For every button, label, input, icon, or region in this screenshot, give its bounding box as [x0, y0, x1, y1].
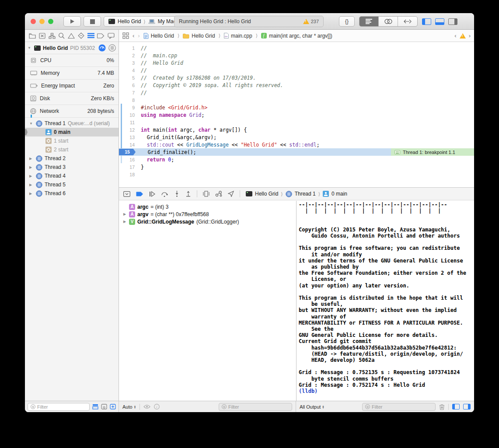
disclosure-triangle-icon[interactable]: ▼ [28, 46, 32, 50]
show-variables-view-toggle[interactable] [452, 404, 460, 410]
info-icon[interactable]: i [154, 404, 160, 410]
assistant-editor-button[interactable] [379, 17, 398, 26]
variable-row-grid-gridlogmessage[interactable]: ▶VGrid::GridLogMessage(Grid::GridLogger) [119, 218, 296, 225]
breakpoints-toggle-button[interactable] [136, 192, 143, 196]
profile-in-instruments-icon[interactable] [98, 44, 106, 52]
next-issue-button[interactable]: › [469, 32, 471, 39]
run-button[interactable] [63, 16, 81, 27]
line-number[interactable]: 6 [119, 83, 135, 88]
gauge-row-memory[interactable]: Memory7.4 MB [25, 67, 119, 80]
console-filter-input[interactable]: Filter [362, 403, 436, 411]
disclosure-triangle-icon[interactable]: ▶ [29, 183, 34, 187]
step-into-button[interactable] [174, 191, 180, 197]
breadcrumb-project[interactable]: Hello Grid [143, 33, 174, 39]
code-line-3[interactable]: 3// Hello Grid [119, 59, 474, 66]
variable-row-argv[interactable]: ▶Aargv= (char **) 0x7ffeefbff568 [119, 210, 296, 218]
variables-view[interactable]: Aargc= (int) 3▶Aargv= (char **) 0x7ffeef… [119, 201, 296, 401]
thread-row-thread-3[interactable]: ▶Thread 3 [25, 163, 119, 172]
step-over-button[interactable] [161, 191, 168, 197]
line-number[interactable]: 3 [119, 60, 135, 66]
disclosure-triangle-icon[interactable]: ▶ [29, 174, 34, 178]
line-number[interactable]: 1 [119, 46, 135, 51]
warning-icon[interactable] [460, 33, 466, 38]
thread-row-thread-1[interactable]: ▼Thread 1Queue:...d (serial) [25, 119, 119, 128]
thread-row-1-start[interactable]: 1 start [25, 136, 119, 145]
gauge-row-energy-impact[interactable]: Energy ImpactZero [25, 80, 119, 92]
code-line-10[interactable]: 10using namespace Grid; [119, 111, 474, 119]
disclosure-triangle-icon[interactable]: ▼ [29, 122, 34, 126]
disclosure-triangle-icon[interactable]: ▶ [29, 192, 34, 196]
debug-navigator-icon[interactable] [87, 33, 94, 38]
standard-editor-button[interactable] [359, 17, 379, 26]
disclosure-triangle-icon[interactable]: ▶ [29, 165, 34, 169]
breadcrumb-group[interactable]: Hello Grid [183, 33, 215, 39]
report-navigator-icon[interactable] [108, 33, 115, 39]
line-number[interactable]: 18 [119, 172, 135, 177]
step-out-button[interactable] [185, 191, 191, 197]
source-control-navigator-icon[interactable] [39, 33, 45, 39]
variables-scope-popup[interactable]: Auto ▲▼ [122, 404, 136, 410]
thread-row-thread-4[interactable]: ▶Thread 4 [25, 172, 119, 180]
thread-row-thread-5[interactable]: ▶Thread 5 [25, 180, 119, 189]
library-button[interactable]: {} [339, 16, 355, 27]
code-line-5[interactable]: 5// Created by s1786208 on 17/03/2019. [119, 74, 474, 81]
debug-memory-graph-button[interactable] [215, 191, 222, 197]
code-line-18[interactable]: 18 [119, 171, 474, 178]
navigator-panel-toggle[interactable] [422, 18, 431, 25]
thread-row-thread-2[interactable]: ▶Thread 2 [25, 154, 119, 163]
source-editor[interactable]: 1//2// main.cpp3// Hello Grid4//5// Crea… [119, 42, 474, 187]
thread-row-0-main[interactable]: 0 main [25, 128, 119, 136]
code-line-1[interactable]: 1// [119, 44, 474, 52]
line-number[interactable]: 9 [119, 105, 135, 110]
thread-row-2-start[interactable]: 2 start [25, 145, 119, 154]
continue-button[interactable] [149, 191, 155, 197]
line-number[interactable]: 11 [119, 120, 135, 125]
navigator-filter-input[interactable]: Filter [28, 403, 90, 411]
breakpoint-navigator-icon[interactable] [97, 33, 105, 38]
code-line-8[interactable]: 8 [119, 96, 474, 104]
line-number[interactable]: 2 [119, 53, 135, 58]
related-items-icon[interactable] [122, 32, 129, 39]
zoom-window-button[interactable] [48, 19, 53, 24]
issue-navigator-icon[interactable] [68, 33, 75, 39]
clear-console-trash-icon[interactable] [439, 404, 445, 410]
code-line-15[interactable]: 15 Grid_finalize();Thread 1: breakpoint … [119, 148, 474, 156]
code-line-11[interactable]: 11 [119, 119, 474, 126]
view-mode-icon[interactable] [110, 404, 116, 410]
code-line-7[interactable]: 7// [119, 89, 474, 96]
symbol-navigator-icon[interactable] [49, 33, 56, 39]
breakpoint-badge[interactable]: 15 [119, 149, 136, 155]
console-scope-popup[interactable]: All Output ▲▼ [300, 404, 325, 410]
view-process-by-thread-icon[interactable] [108, 44, 116, 52]
code-line-9[interactable]: 9#include <Grid/Grid.h> [119, 104, 474, 111]
line-number[interactable]: 13 [119, 135, 135, 140]
code-line-2[interactable]: 2// main.cpp [119, 52, 474, 59]
inspector-panel-toggle[interactable] [448, 18, 457, 25]
console-view[interactable]: --|--|--|--|--|--|--|--|--|--|--|--|--|-… [296, 201, 474, 401]
code-line-4[interactable]: 4// [119, 66, 474, 74]
code-line-12[interactable]: 12int main(int argc, char * argv[]) { [119, 126, 474, 133]
project-navigator-icon[interactable] [29, 33, 36, 39]
show-console-toggle[interactable] [463, 404, 471, 410]
line-number[interactable]: 10 [119, 112, 135, 118]
debug-view-hierarchy-button[interactable] [203, 191, 209, 197]
version-editor-button[interactable] [398, 17, 417, 26]
line-number[interactable]: 5 [119, 75, 135, 80]
disclosure-triangle-icon[interactable]: ▶ [122, 212, 127, 216]
code-line-16[interactable]: 16 return 0; [119, 156, 474, 163]
simulate-location-button[interactable] [228, 191, 234, 197]
line-number[interactable]: 16 [119, 157, 135, 162]
breadcrumb-file[interactable]: c+ main.cpp [224, 33, 252, 39]
code-line-6[interactable]: 6// Copyright © 2019 sopa. All rights re… [119, 81, 474, 89]
variables-filter-input[interactable]: Filter [219, 403, 292, 411]
line-number[interactable]: 7 [119, 90, 135, 95]
warning-count-badge[interactable]: 237 [303, 19, 319, 24]
line-number[interactable]: 4 [119, 68, 135, 73]
breadcrumb-symbol[interactable]: f main(int argc, char * argv[]) [261, 33, 332, 39]
breadcrumb-process[interactable]: Hello Grid [255, 191, 278, 197]
test-navigator-icon[interactable] [78, 32, 84, 39]
disclosure-triangle-icon[interactable]: ▶ [122, 220, 127, 224]
code-line-17[interactable]: 17} [119, 163, 474, 171]
debug-panel-toggle[interactable] [435, 18, 444, 25]
line-number[interactable]: 17 [119, 164, 135, 170]
